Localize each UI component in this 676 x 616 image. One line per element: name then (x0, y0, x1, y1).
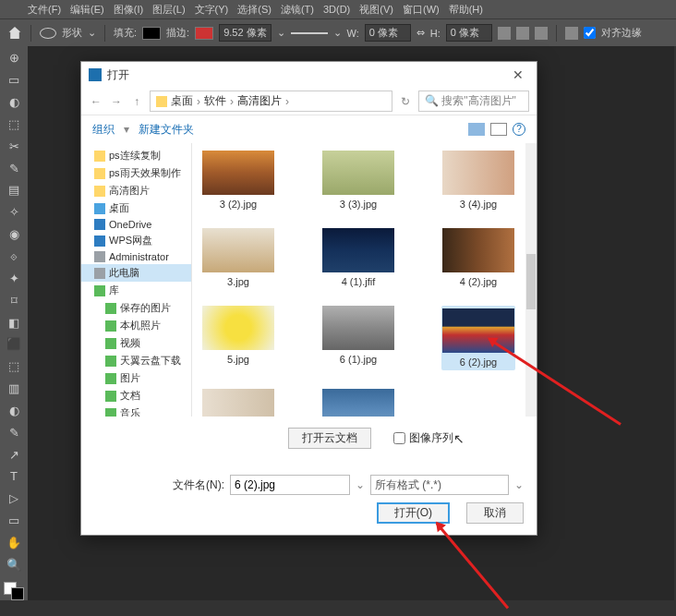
tool-button[interactable]: ◐ (5, 94, 23, 111)
stroke-swatch[interactable] (195, 27, 213, 40)
stroke-size-input[interactable]: 9.52 像素 (219, 24, 271, 42)
file-thumb[interactable]: 4 (2).jpg (441, 228, 515, 287)
tree-node[interactable]: 此电脑 (81, 264, 191, 282)
tool-button[interactable]: ⬛ (5, 336, 23, 353)
menu-item[interactable]: 文件(F) (28, 3, 61, 17)
crumb-segment[interactable]: 桌面 (171, 93, 193, 109)
tool-button[interactable]: ✧ (5, 204, 23, 221)
file-thumb[interactable]: 3 (2).jpg (201, 151, 275, 210)
tool-button[interactable]: ⌑ (5, 292, 23, 308)
menu-item[interactable]: 窗口(W) (403, 3, 440, 17)
menu-item[interactable]: 滤镜(T) (281, 3, 314, 17)
align-edges-check[interactable] (584, 27, 596, 39)
color-swatches[interactable] (4, 582, 24, 600)
menu-item[interactable]: 编辑(E) (70, 3, 104, 17)
filename-input[interactable] (230, 475, 350, 495)
tool-button[interactable]: ⟐ (5, 248, 23, 265)
file-thumb[interactable]: 4 (1).jfif (321, 228, 395, 287)
tool-button[interactable]: ✎ (5, 424, 23, 441)
tree-node[interactable]: 库 (81, 282, 191, 299)
fill-swatch[interactable] (142, 27, 161, 40)
refresh-icon[interactable]: ↻ (398, 94, 413, 109)
help-icon[interactable]: ? (513, 123, 525, 136)
align-icon[interactable] (516, 27, 529, 40)
dialog-titlebar: 打开 ✕ (81, 62, 537, 88)
cancel-button[interactable]: 取消 (466, 502, 524, 524)
menu-item[interactable]: 选择(S) (237, 3, 272, 17)
forward-icon[interactable]: → (109, 94, 124, 109)
file-thumb[interactable]: 3.jpg (201, 228, 275, 287)
view-icon[interactable] (468, 123, 485, 136)
shape-ellipse-icon[interactable] (40, 28, 56, 39)
tool-button[interactable]: ▭ (5, 513, 23, 529)
height-input[interactable]: 0 像素 (446, 24, 492, 42)
menu-item[interactable]: 图层(L) (152, 3, 185, 17)
tree-node[interactable]: 视频 (81, 334, 191, 352)
close-icon[interactable]: ✕ (507, 67, 529, 82)
tool-button[interactable]: ⬚ (5, 116, 23, 133)
tool-button[interactable]: 🔍 (5, 556, 23, 573)
tree-node[interactable]: 桌面 (81, 199, 191, 217)
tree-node[interactable]: ps连续复制 (81, 147, 191, 164)
menu-item[interactable]: 3D(D) (323, 4, 350, 15)
tool-button[interactable]: ▭ (5, 72, 23, 89)
tree-node[interactable]: 本机照片 (81, 317, 191, 334)
tool-button[interactable]: ◐ (5, 403, 23, 419)
file-thumb[interactable]: 6 (2).jpg (441, 306, 515, 370)
file-thumb[interactable]: 8.jpg (321, 389, 395, 417)
tree-node[interactable]: 天翼云盘下载 (81, 352, 191, 369)
menu-item[interactable]: 视图(V) (359, 3, 393, 17)
tool-button[interactable]: ⬚ (5, 358, 23, 375)
link-icon[interactable]: ⇔ (416, 27, 425, 39)
tool-button[interactable]: ✂ (5, 138, 23, 154)
preview-icon[interactable] (490, 123, 507, 136)
crumb-segment[interactable]: 软件 (204, 93, 226, 109)
breadcrumb[interactable]: 桌面›软件›高清图片› (150, 91, 392, 112)
filetype-select[interactable] (370, 475, 509, 495)
tree-node[interactable]: OneDrive (81, 217, 191, 232)
file-thumb[interactable]: 3 (3).jpg (321, 151, 395, 210)
image-sequence-check[interactable] (393, 432, 405, 444)
tree-node[interactable]: Administrator (81, 249, 191, 264)
new-folder-button[interactable]: 新建文件夹 (139, 122, 194, 138)
tree-node[interactable]: 文档 (81, 387, 191, 405)
tree-node[interactable]: 音乐 (81, 405, 191, 417)
tool-button[interactable]: ▷ (5, 490, 23, 507)
crumb-segment[interactable]: 高清图片 (237, 93, 282, 109)
tree-node[interactable]: WPS网盘 (81, 232, 191, 249)
scrollbar[interactable] (525, 143, 537, 417)
tool-button[interactable]: ✦ (5, 270, 23, 286)
search-input[interactable]: 🔍 搜索"高清图片" (418, 91, 529, 112)
back-icon[interactable]: ← (89, 94, 103, 109)
tool-button[interactable]: ✎ (5, 160, 23, 176)
menu-item[interactable]: 图像(I) (114, 3, 143, 17)
tree-node[interactable]: ps雨天效果制作 (81, 164, 191, 182)
tree-node[interactable]: 保存的图片 (81, 299, 191, 317)
tree-node[interactable]: 图片 (81, 369, 191, 387)
home-icon[interactable] (7, 26, 22, 41)
tool-button[interactable]: ✋ (5, 535, 23, 551)
shape-dropdown[interactable]: 形状 (62, 26, 82, 40)
file-thumb[interactable]: 6 (1).jpg (321, 306, 395, 370)
tool-button[interactable]: ◧ (5, 314, 23, 331)
stroke-style-icon[interactable] (291, 32, 328, 34)
tree-node[interactable]: 高清图片 (81, 182, 191, 199)
gear-icon[interactable] (565, 27, 578, 40)
menu-item[interactable]: 帮助(H) (449, 3, 483, 17)
open-cloud-button[interactable]: 打开云文档 (288, 428, 371, 449)
up-icon[interactable]: ↑ (129, 94, 144, 109)
tool-button[interactable]: ⊕ (5, 50, 23, 66)
tool-button[interactable]: ↗ (5, 446, 23, 463)
tool-button[interactable]: ▥ (5, 380, 23, 397)
file-thumb[interactable]: 7.jpg (201, 389, 275, 417)
organize-menu[interactable]: 组织 (92, 122, 115, 138)
arrange-icon[interactable] (535, 27, 548, 40)
tool-button[interactable]: ◉ (5, 226, 23, 243)
width-input[interactable]: 0 像素 (365, 24, 411, 42)
tool-button[interactable]: T (5, 468, 23, 485)
tool-button[interactable]: ▤ (5, 182, 23, 199)
file-thumb[interactable]: 5.jpg (201, 306, 275, 370)
menu-item[interactable]: 文字(Y) (195, 3, 229, 17)
file-thumb[interactable]: 3 (4).jpg (441, 151, 515, 210)
pathop-icon[interactable] (498, 27, 511, 40)
